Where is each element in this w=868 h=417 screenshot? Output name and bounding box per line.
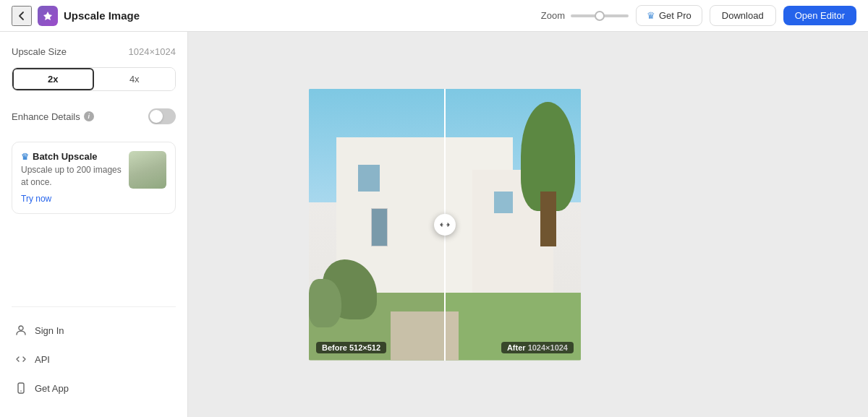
header: Upscale Image Zoom ♛ Get Pro Download Op…: [0, 0, 868, 32]
app-icon: [38, 6, 58, 26]
upscale-size-row: Upscale Size 1024×1024: [12, 46, 176, 57]
crown-icon: ♛: [647, 10, 655, 21]
batch-thumbnail: [129, 151, 166, 189]
enhance-toggle[interactable]: [148, 108, 176, 124]
sidebar-item-api[interactable]: API: [12, 345, 176, 374]
api-icon: [14, 353, 27, 365]
enhance-text: Enhance Details: [12, 111, 80, 122]
batch-title-text: Batch Upscale: [33, 151, 98, 162]
upscale-size-label: Upscale Size: [12, 46, 67, 57]
toggle-knob: [150, 110, 163, 123]
header-title: Upscale Image: [64, 9, 140, 22]
after-label: After 1024×1024: [501, 342, 574, 353]
user-icon: [14, 324, 27, 336]
svg-point-0: [19, 326, 23, 330]
batch-try-now-link[interactable]: Try now: [21, 194, 51, 204]
get-app-label: Get App: [35, 383, 69, 394]
zoom-slider[interactable]: [571, 14, 629, 17]
batch-title: ♛ Batch Upscale: [21, 151, 122, 162]
zoom-control: Zoom: [541, 10, 629, 21]
after-text: After: [507, 343, 526, 352]
zoom-label: Zoom: [541, 10, 565, 21]
batch-text: ♛ Batch Upscale Upscale up to 200 images…: [21, 151, 122, 205]
header-left: Upscale Image: [12, 6, 541, 26]
batch-crown-icon: ♛: [21, 152, 29, 162]
content-area: Before 512×512 After 1024×1024: [188, 32, 702, 417]
main-layout: Upscale Size 1024×1024 2x 4x Enhance Det…: [0, 32, 868, 417]
before-dims: 512×512: [349, 343, 380, 352]
scale-4x-button[interactable]: 4x: [94, 68, 176, 90]
batch-upscale-card: ♛ Batch Upscale Upscale up to 200 images…: [12, 142, 176, 214]
enhance-row: Enhance Details i: [12, 108, 176, 124]
sidebar-item-get-app[interactable]: Get App: [12, 374, 176, 403]
phone-icon: [14, 382, 27, 394]
sidebar-item-sign-in[interactable]: Sign In: [12, 316, 176, 345]
enhance-section: Enhance Details i: [12, 108, 176, 124]
upscale-size-value: 1024×1024: [129, 46, 176, 57]
get-pro-label: Get Pro: [659, 10, 692, 21]
api-label: API: [35, 354, 50, 365]
svg-point-2: [20, 390, 22, 392]
batch-desc: Upscale up to 200 images at once.: [21, 164, 122, 189]
back-button[interactable]: [12, 6, 32, 26]
header-right: Zoom ♛ Get Pro Download Open Editor: [541, 5, 856, 26]
sidebar-footer: Sign In API Get App: [12, 306, 176, 403]
sidebar: Upscale Size 1024×1024 2x 4x Enhance Det…: [0, 32, 188, 417]
enhance-label: Enhance Details i: [12, 111, 94, 122]
info-icon[interactable]: i: [84, 111, 94, 121]
comparison-handle[interactable]: [434, 214, 456, 236]
scale-toggle: 2x 4x: [12, 67, 176, 91]
after-dims: 1024×1024: [528, 343, 568, 352]
sign-in-label: Sign In: [35, 325, 64, 336]
right-panel: [702, 32, 868, 417]
get-pro-button[interactable]: ♛ Get Pro: [636, 5, 702, 26]
open-editor-button[interactable]: Open Editor: [783, 6, 856, 25]
scale-2x-button[interactable]: 2x: [12, 68, 94, 90]
download-button[interactable]: Download: [710, 5, 776, 26]
comparison-container[interactable]: Before 512×512 After 1024×1024: [309, 89, 581, 361]
before-label: Before 512×512: [316, 342, 386, 353]
svg-rect-1: [18, 383, 24, 393]
batch-thumb-image: [129, 151, 166, 189]
before-text: Before: [322, 343, 347, 352]
upscale-size-section: Upscale Size 1024×1024 2x 4x: [12, 46, 176, 91]
